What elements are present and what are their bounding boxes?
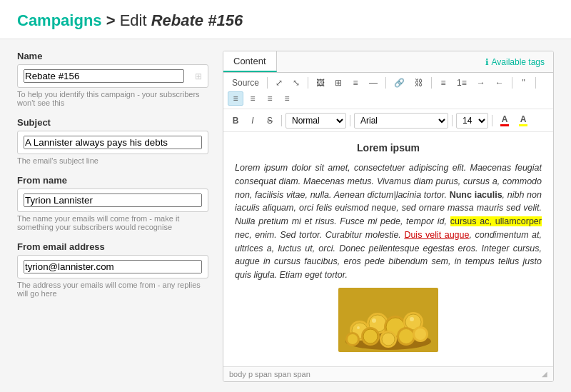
from-email-field-group: From email address The address your emai…	[17, 241, 208, 298]
svg-point-21	[410, 317, 414, 321]
italic-button[interactable]: I	[245, 114, 261, 128]
svg-point-20	[372, 318, 376, 323]
from-name-field-group: From name The name your emails will come…	[17, 175, 208, 231]
breadcrumb-campaigns[interactable]: Campaigns	[17, 11, 102, 29]
subject-input-wrapper[interactable]	[17, 131, 208, 154]
page-title: Campaigns > Edit Rebate #156	[17, 11, 554, 30]
svg-point-19	[348, 334, 358, 344]
ol-button[interactable]: 1≡	[453, 76, 471, 90]
sep9	[452, 115, 453, 126]
link-button[interactable]: 🔗	[390, 76, 409, 90]
align-center-button[interactable]: ≡	[245, 91, 261, 106]
blockquote-button[interactable]: "	[516, 76, 532, 90]
svg-point-22	[357, 326, 360, 329]
fullscreen-button[interactable]: ⤢	[271, 76, 287, 90]
sep5	[512, 77, 512, 89]
image-button[interactable]: 🖼	[312, 76, 329, 90]
body-bar-text: body p span span span	[229, 370, 310, 378]
fontsize-select[interactable]: 14 10 12 16 18	[456, 113, 488, 129]
format-select[interactable]: Normal Heading 1 Heading 2	[286, 113, 346, 129]
content-heading: Lorem ipsum	[235, 141, 542, 156]
svg-point-15	[399, 329, 413, 343]
name-field-group: Name ⊞ To help you identify this campaig…	[17, 51, 208, 107]
gold-coins-image	[338, 288, 438, 352]
ul-button[interactable]: ≡	[435, 76, 451, 90]
from-name-hint: The name your emails will come from - ma…	[17, 214, 208, 231]
available-tags-label: Available tags	[492, 57, 545, 67]
info-icon: ℹ	[485, 57, 489, 67]
outdent-button[interactable]: ←	[491, 76, 508, 90]
bold-button[interactable]: B	[228, 114, 243, 128]
left-panel: Name ⊞ To help you identify this campaig…	[17, 51, 208, 382]
sep7	[281, 115, 282, 126]
subject-field-group: Subject The email's subject line	[17, 117, 208, 165]
align-left-button[interactable]: ≡	[228, 91, 243, 106]
shrink-button[interactable]: ⤡	[288, 76, 304, 90]
unlink-button[interactable]: ⛓	[410, 76, 428, 90]
font-select[interactable]: Arial Times New Roman Courier New	[354, 113, 448, 129]
columns-button[interactable]: ≡	[348, 76, 363, 90]
from-email-hint: The address your emails will come from -…	[17, 281, 208, 298]
name-label: Name	[17, 51, 208, 61]
bg-color-button[interactable]: A	[515, 112, 532, 129]
sep8	[350, 115, 350, 126]
name-input[interactable]	[24, 69, 184, 83]
table-button[interactable]: ⊞	[330, 76, 346, 90]
align-right-button[interactable]: ≡	[262, 91, 278, 106]
sep3	[385, 77, 386, 89]
from-name-input-wrapper[interactable]	[17, 189, 208, 212]
svg-point-13	[382, 333, 395, 346]
name-input-wrapper[interactable]: ⊞	[17, 64, 208, 88]
sep2	[308, 77, 308, 89]
source-button[interactable]: Source	[228, 76, 263, 90]
subject-hint: The email's subject line	[17, 156, 208, 165]
toolbar-row2: B I S Normal Heading 1 Heading 2 Arial T…	[223, 109, 553, 132]
svg-point-17	[415, 328, 426, 340]
resize-handle[interactable]: ◢	[542, 370, 547, 378]
from-name-label: From name	[17, 175, 208, 186]
breadcrumb-edit: Edit	[120, 11, 151, 29]
content-body: Lorem ipsum dolor sit amet, consectetuer…	[235, 161, 542, 282]
name-tag-icon: ⊞	[195, 71, 202, 81]
hr-button[interactable]: —	[365, 76, 382, 90]
main-content: Name ⊞ To help you identify this campaig…	[0, 39, 571, 392]
justify-button[interactable]: ≡	[279, 91, 295, 106]
font-color-button[interactable]: A	[496, 112, 513, 129]
sep10	[492, 115, 492, 126]
from-email-input[interactable]	[24, 260, 202, 273]
name-hint: To help you identify this campaign - you…	[17, 90, 208, 107]
sep6	[535, 77, 536, 89]
available-tags-link[interactable]: ℹ Available tags	[477, 53, 554, 71]
editor-content[interactable]: Lorem ipsum Lorem ipsum dolor sit amet, …	[223, 132, 553, 366]
header: Campaigns > Edit Rebate #156	[0, 0, 571, 39]
sep1	[267, 77, 268, 89]
tab-content[interactable]: Content	[223, 51, 277, 72]
right-panel: Content ℹ Available tags Source ⤢ ⤡ 🖼 ⊞ …	[223, 51, 554, 382]
from-email-input-wrapper[interactable]	[17, 255, 208, 278]
strikethrough-button[interactable]: S	[262, 114, 278, 128]
from-name-input[interactable]	[24, 194, 202, 207]
sep4	[431, 77, 432, 89]
from-email-label: From email address	[17, 241, 208, 252]
editor-container: Content ℹ Available tags Source ⤢ ⤡ 🖼 ⊞ …	[223, 51, 554, 382]
toolbar-row1: Source ⤢ ⤡ 🖼 ⊞ ≡ — 🔗 ⛓ ≡ 1≡ → ←	[223, 73, 553, 109]
subject-label: Subject	[17, 117, 208, 128]
subject-input[interactable]	[24, 136, 202, 149]
svg-point-11	[363, 329, 378, 343]
breadcrumb-arrow: >	[106, 11, 120, 29]
breadcrumb-title: Rebate #156	[151, 11, 243, 29]
indent-button[interactable]: →	[473, 76, 490, 90]
editor-footer: body p span span span ◢	[223, 366, 553, 381]
